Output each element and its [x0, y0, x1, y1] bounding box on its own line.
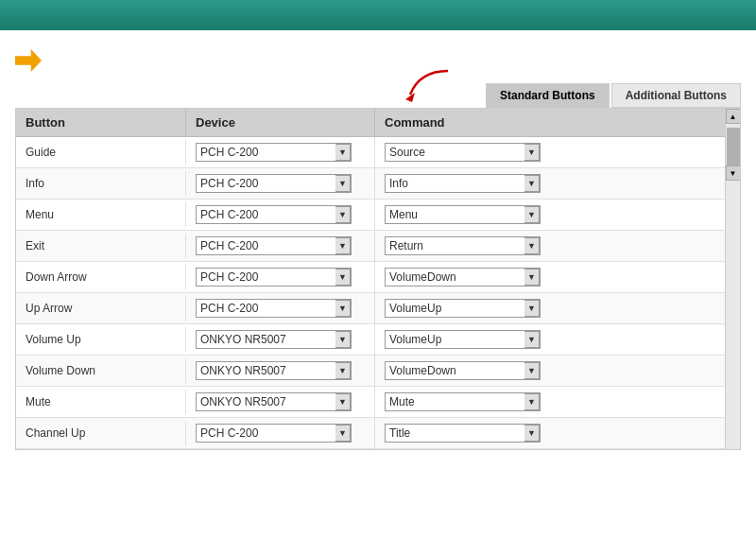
table-body: Guide PCH C-200 ▼ Source ▼ Info PCH C-20… [16, 137, 740, 449]
command-dropdown-arrow[interactable]: ▼ [524, 362, 540, 379]
cell-device: PCH C-200 ▼ [186, 262, 375, 292]
scroll-down-button[interactable]: ▼ [726, 165, 741, 181]
device-dropdown-arrow[interactable]: ▼ [335, 206, 351, 223]
cell-button-name: Down Arrow [16, 265, 186, 289]
command-select-8[interactable]: Mute ▼ [385, 392, 541, 411]
device-dropdown-arrow[interactable]: ▼ [335, 393, 351, 410]
cell-command: Menu ▼ [375, 200, 721, 230]
command-dropdown-arrow[interactable]: ▼ [524, 331, 540, 348]
command-select-4[interactable]: VolumeDown ▼ [385, 268, 541, 287]
device-dropdown-arrow[interactable]: ▼ [335, 331, 351, 348]
device-dropdown-arrow[interactable]: ▼ [335, 269, 351, 286]
device-value: PCH C-200 [197, 237, 335, 254]
button-table: Button Device Command Guide PCH C-200 ▼ … [15, 108, 741, 450]
device-select-4[interactable]: PCH C-200 ▼ [196, 268, 352, 287]
command-select-6[interactable]: VolumeUp ▼ [385, 330, 541, 349]
device-select-2[interactable]: PCH C-200 ▼ [196, 205, 352, 224]
command-dropdown-arrow[interactable]: ▼ [524, 300, 540, 317]
command-dropdown-arrow[interactable]: ▼ [524, 425, 540, 442]
device-value: ONKYO NR5007 [197, 331, 335, 348]
content-area: Standard Buttons Additional Buttons Butt… [0, 30, 756, 461]
command-dropdown-arrow[interactable]: ▼ [524, 393, 540, 410]
tab-standard-buttons[interactable]: Standard Buttons [486, 83, 610, 108]
command-value: VolumeDown [386, 269, 524, 286]
device-select-1[interactable]: PCH C-200 ▼ [196, 174, 352, 193]
col-button: Button [16, 109, 186, 136]
device-dropdown-arrow[interactable]: ▼ [335, 237, 351, 254]
command-select-5[interactable]: VolumeUp ▼ [385, 299, 541, 318]
table-row: Guide PCH C-200 ▼ Source ▼ [16, 137, 740, 168]
command-select-0[interactable]: Source ▼ [385, 143, 541, 162]
cell-button-name: Menu [16, 202, 186, 227]
cell-button-name: Volume Down [16, 358, 186, 383]
scroll-up-button[interactable]: ▲ [726, 109, 741, 124]
device-value: PCH C-200 [197, 269, 335, 286]
cell-device: PCH C-200 ▼ [186, 293, 375, 323]
device-dropdown-arrow[interactable]: ▼ [335, 175, 351, 192]
device-dropdown-arrow[interactable]: ▼ [335, 425, 351, 442]
device-select-0[interactable]: PCH C-200 ▼ [196, 143, 352, 162]
scroll-thumb[interactable] [727, 128, 740, 165]
command-dropdown-arrow[interactable]: ▼ [524, 144, 540, 161]
cell-button-name: Exit [16, 234, 186, 258]
cell-button-name: Up Arrow [16, 296, 186, 321]
arrow-icon [15, 49, 42, 72]
command-dropdown-arrow[interactable]: ▼ [524, 269, 540, 286]
device-dropdown-arrow[interactable]: ▼ [335, 362, 351, 379]
command-value: VolumeUp [386, 331, 524, 348]
cell-command: Mute ▼ [375, 387, 721, 417]
command-dropdown-arrow[interactable]: ▼ [524, 237, 540, 254]
cell-button-name: Guide [16, 140, 186, 165]
scrollbar[interactable]: ▲ ▼ [725, 109, 740, 449]
cell-device: PCH C-200 ▼ [186, 200, 375, 230]
device-select-9[interactable]: PCH C-200 ▼ [196, 424, 352, 443]
device-select-6[interactable]: ONKYO NR5007 ▼ [196, 330, 352, 349]
cell-device: ONKYO NR5007 ▼ [186, 324, 375, 355]
cell-command: Title ▼ [375, 418, 721, 448]
command-value: VolumeUp [386, 300, 524, 317]
table-row: Volume Down ONKYO NR5007 ▼ VolumeDown ▼ [16, 356, 740, 387]
title-row [15, 49, 741, 72]
command-value: Source [386, 144, 524, 161]
command-select-1[interactable]: Info ▼ [385, 174, 541, 193]
device-select-7[interactable]: ONKYO NR5007 ▼ [196, 361, 352, 380]
device-dropdown-arrow[interactable]: ▼ [335, 144, 351, 161]
table-row: Up Arrow PCH C-200 ▼ VolumeUp ▼ [16, 293, 740, 324]
table-row: Down Arrow PCH C-200 ▼ VolumeDown ▼ [16, 262, 740, 293]
cell-device: PCH C-200 ▼ [186, 168, 375, 199]
cell-button-name: Mute [16, 390, 186, 414]
device-value: ONKYO NR5007 [197, 362, 335, 379]
device-select-5[interactable]: PCH C-200 ▼ [196, 299, 352, 318]
command-select-3[interactable]: Return ▼ [385, 236, 541, 255]
table-row: Volume Up ONKYO NR5007 ▼ VolumeUp ▼ [16, 324, 740, 356]
table-header: Button Device Command [16, 109, 740, 137]
command-dropdown-arrow[interactable]: ▼ [524, 206, 540, 223]
command-select-2[interactable]: Menu ▼ [385, 205, 541, 224]
command-dropdown-arrow[interactable]: ▼ [524, 175, 540, 192]
table-row: Exit PCH C-200 ▼ Return ▼ [16, 231, 740, 262]
command-value: Info [386, 175, 524, 192]
command-select-9[interactable]: Title ▼ [385, 424, 541, 443]
tab-additional-buttons[interactable]: Additional Buttons [611, 83, 741, 108]
device-value: ONKYO NR5007 [197, 393, 335, 410]
table-row: Channel Up PCH C-200 ▼ Title ▼ [16, 418, 740, 449]
command-value: Return [386, 237, 524, 254]
device-select-3[interactable]: PCH C-200 ▼ [196, 236, 352, 255]
cell-command: VolumeUp ▼ [375, 293, 721, 323]
device-select-8[interactable]: ONKYO NR5007 ▼ [196, 392, 352, 411]
cell-button-name: Channel Up [16, 421, 186, 445]
cell-device: PCH C-200 ▼ [186, 231, 375, 261]
device-dropdown-arrow[interactable]: ▼ [335, 300, 351, 317]
table-row: Mute ONKYO NR5007 ▼ Mute ▼ [16, 387, 740, 418]
table-row: Menu PCH C-200 ▼ Menu ▼ [16, 200, 740, 231]
command-select-7[interactable]: VolumeDown ▼ [385, 361, 541, 380]
cell-command: Return ▼ [375, 231, 721, 261]
cell-device: PCH C-200 ▼ [186, 418, 375, 448]
device-value: PCH C-200 [197, 144, 335, 161]
command-value: Mute [386, 393, 524, 410]
top-bar [0, 0, 756, 30]
cell-device: ONKYO NR5007 ▼ [186, 356, 375, 386]
device-value: PCH C-200 [197, 206, 335, 223]
tabs-container: Standard Buttons Additional Buttons [486, 83, 741, 108]
command-value: Title [386, 425, 524, 442]
